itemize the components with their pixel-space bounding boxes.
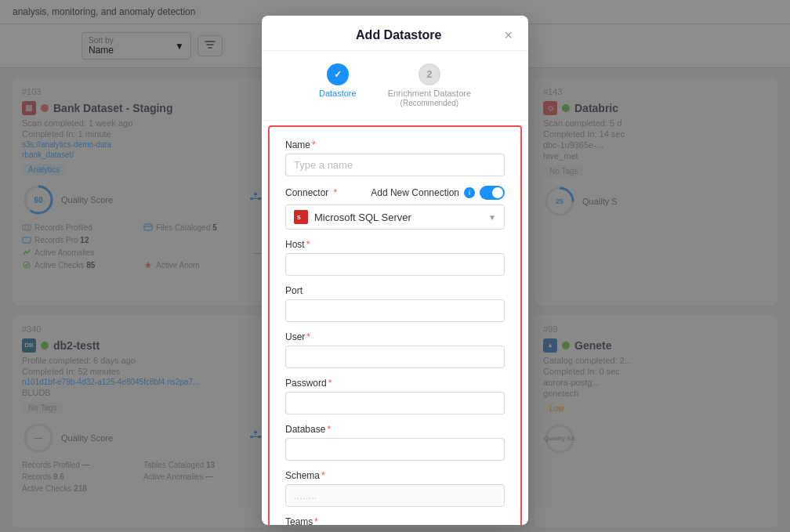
info-icon[interactable]: i (464, 187, 475, 198)
teams-group: Teams * Public ⊗ ▼ (285, 516, 505, 525)
connector-value: Microsoft SQL Server (314, 212, 411, 223)
password-label: Password (285, 378, 327, 389)
name-label: Name (285, 139, 310, 150)
svg-text:S: S (297, 215, 301, 220)
step-1-datastore: ✓ Datastore (319, 63, 357, 107)
step-1-label: Datastore (319, 89, 357, 98)
port-label: Port (285, 285, 303, 296)
port-input[interactable] (285, 299, 505, 322)
steps-bar: ✓ Datastore 2 Enrichment Datastore(Recom… (262, 51, 528, 121)
name-group: Name * (285, 139, 505, 176)
step-2-label: Enrichment Datastore(Recommended) (388, 89, 471, 107)
modal-overlay: Add Datastore × ✓ Datastore 2 Enrichment… (0, 0, 790, 532)
add-datastore-modal: Add Datastore × ✓ Datastore 2 Enrichment… (262, 16, 528, 525)
user-label: User (285, 331, 305, 342)
user-input[interactable] (285, 346, 505, 368)
add-conn-toggle[interactable] (480, 186, 505, 200)
form-body: Name * Connector * Add New Connection (270, 127, 520, 525)
connector-caret-icon: ▼ (488, 213, 496, 222)
teams-label: Teams (285, 516, 313, 525)
add-new-connection-row: Add New Connection i (371, 186, 505, 200)
schema-group: Schema * (285, 470, 505, 507)
database-input[interactable] (285, 438, 505, 461)
modal-close-button[interactable]: × (504, 28, 513, 42)
connector-group: Connector * Add New Connection i S (285, 186, 505, 230)
step-1-circle: ✓ (327, 63, 349, 85)
step-2-enrichment: 2 Enrichment Datastore(Recommended) (388, 63, 471, 107)
connector-row: Connector * Add New Connection i (285, 186, 505, 200)
database-group: Database * (285, 424, 505, 461)
add-conn-label: Add New Connection (371, 187, 459, 198)
name-required: * (312, 139, 316, 150)
host-group: Host * (285, 239, 505, 276)
host-input[interactable] (285, 253, 505, 276)
database-label: Database (285, 424, 325, 435)
schema-label: Schema (285, 470, 320, 481)
modal-header: Add Datastore × (262, 16, 528, 51)
name-input[interactable] (285, 154, 505, 176)
step-2-circle: 2 (419, 63, 440, 85)
user-group: User * (285, 331, 505, 368)
sql-server-icon: S (294, 210, 308, 224)
password-input[interactable] (285, 392, 505, 414)
connector-label: Connector (285, 187, 328, 198)
host-label: Host (285, 239, 305, 250)
modal-title: Add Datastore (293, 28, 504, 42)
schema-input[interactable] (285, 484, 505, 507)
connector-select[interactable]: S Microsoft SQL Server ▼ (285, 204, 505, 230)
password-group: Password * (285, 378, 505, 414)
port-group: Port (285, 285, 505, 322)
